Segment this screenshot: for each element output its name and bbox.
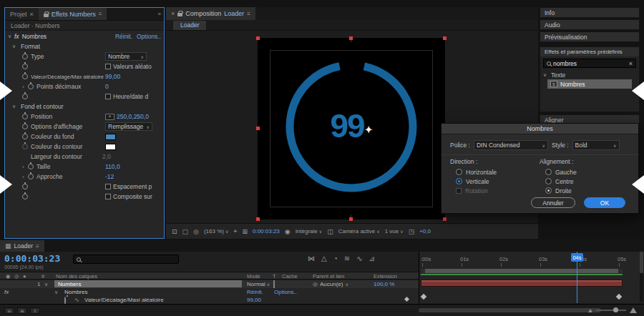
expand-icon[interactable]: ›: [22, 164, 28, 170]
decimals-value[interactable]: 0: [105, 83, 109, 90]
draft-3d-icon[interactable]: △: [321, 255, 327, 262]
mask-icon[interactable]: ◫: [327, 228, 333, 235]
parent-dropdown[interactable]: ◎ Aucun(e) ∨: [313, 281, 348, 287]
group-background-label[interactable]: Fond et contour: [21, 103, 64, 110]
options-link[interactable]: Options..: [137, 33, 161, 40]
stopwatch-icon[interactable]: [22, 94, 28, 99]
work-area-bar[interactable]: [421, 269, 623, 273]
selection-handle[interactable]: [256, 127, 260, 130]
rotation-checkbox[interactable]: [456, 188, 462, 194]
radio-align-left[interactable]: [545, 169, 552, 175]
frame-blend-icon[interactable]: ≋: [344, 255, 350, 262]
twirl-down-icon[interactable]: ∨: [12, 44, 19, 49]
panel-effects-presets[interactable]: Effets et paramètres prédéfinis: [540, 46, 640, 57]
exposure-offset[interactable]: +0,0: [419, 228, 431, 234]
effect-name[interactable]: Nombres: [22, 33, 47, 40]
expand-icon[interactable]: ›: [22, 174, 28, 180]
property-label[interactable]: Valeur/Décalage/Maxi aléatoire: [84, 297, 164, 303]
effect-row-nombres[interactable]: fx ∨ Nombres Réinit. Options..: [0, 288, 419, 296]
composite-checkbox[interactable]: [105, 194, 111, 199]
zoom-slider-handle[interactable]: [613, 307, 618, 312]
group-format-label[interactable]: Format: [21, 43, 40, 50]
stopwatch-icon[interactable]: [22, 74, 28, 79]
property-row-value[interactable]: ∿ Valeur/Décalage/Maxi aléatoire 99,00: [0, 296, 419, 304]
radio-horizontal[interactable]: [456, 169, 462, 175]
carousel-prev-arrow[interactable]: [0, 82, 12, 100]
twirl-down-icon[interactable]: ∨: [12, 104, 19, 109]
panel-preview[interactable]: Prévisualisation: [540, 31, 640, 42]
fill-color-swatch[interactable]: [105, 134, 116, 140]
stopwatch-icon[interactable]: [22, 114, 28, 119]
pickwhip-icon[interactable]: ◎: [313, 281, 318, 287]
twirl-down-icon[interactable]: ∨: [44, 282, 51, 287]
panel-menu-icon[interactable]: ≡: [99, 11, 102, 17]
toggle-inout-icon[interactable]: ≡: [30, 307, 40, 314]
timeline-search-input[interactable]: [83, 256, 175, 263]
timeline-tab-loader[interactable]: ▦ Loader ≡: [0, 240, 44, 252]
display-options-dropdown[interactable]: Remplissage ∨: [105, 122, 152, 131]
monitor-icon[interactable]: ▢: [182, 228, 189, 235]
zoom-out-icon[interactable]: [588, 309, 592, 312]
grid-guides-icon[interactable]: ⊞: [242, 228, 248, 235]
carousel-prev-arrow[interactable]: [0, 175, 12, 194]
col-stretch[interactable]: Extension: [374, 273, 397, 280]
effect-item-numbers[interactable]: ≡ Nombres: [547, 79, 632, 89]
selection-handle[interactable]: [349, 217, 353, 221]
toolbar-timecode[interactable]: 0:00:03:23: [253, 228, 280, 234]
panel-audio[interactable]: Audio: [540, 19, 640, 30]
stopwatch-icon[interactable]: [22, 184, 28, 189]
tab-project[interactable]: Projet ×: [5, 8, 39, 20]
toggle-expand-icon[interactable]: ⊟: [4, 307, 14, 314]
zoom-in-icon[interactable]: [630, 307, 637, 313]
effects-search[interactable]: ×: [543, 59, 636, 68]
stopwatch-icon[interactable]: [22, 144, 28, 149]
effect-reset-link[interactable]: Réinit.: [247, 289, 263, 295]
cancel-button[interactable]: Annuler: [531, 197, 575, 208]
keyframe-icon[interactable]: [616, 294, 622, 300]
property-value[interactable]: 99,00: [247, 297, 261, 303]
camera-icon[interactable]: ◉: [285, 228, 291, 235]
position-crosshair-icon[interactable]: ⌖: [105, 114, 114, 120]
tracking-value[interactable]: -12: [105, 173, 114, 180]
mode-dropdown[interactable]: Normal ∨: [247, 281, 270, 287]
twirl-down-icon[interactable]: ∨: [54, 290, 61, 295]
timeline-search[interactable]: [73, 255, 179, 264]
tab-effect-controls[interactable]: Effets Numbers ≡: [39, 8, 107, 20]
carousel-next-arrow[interactable]: [632, 82, 644, 100]
carousel-next-arrow[interactable]: [632, 175, 644, 194]
timeline-zoom-control[interactable]: [588, 307, 637, 313]
timeline-track-area[interactable]: :00s 01s 02s 03s 04s 05s 04s: [419, 252, 640, 303]
selection-handle[interactable]: [349, 36, 353, 40]
panel-menu-icon[interactable]: ≡: [36, 243, 39, 250]
ok-button[interactable]: OK: [584, 197, 625, 208]
font-dropdown[interactable]: DIN Condensed ∨: [474, 140, 548, 150]
expand-icon[interactable]: ›: [22, 84, 28, 90]
dialog-title[interactable]: Nombres: [441, 124, 638, 134]
channels-icon[interactable]: ◎: [193, 228, 199, 235]
selection-handle[interactable]: [443, 217, 447, 221]
snapshot-icon[interactable]: ⊡: [172, 228, 177, 235]
stopwatch-icon[interactable]: [22, 64, 28, 69]
col-trkmat[interactable]: T: [273, 273, 276, 280]
region-of-interest-icon[interactable]: ⌖: [233, 227, 237, 235]
reset-link[interactable]: Réinit.: [115, 33, 132, 40]
clear-search-icon[interactable]: ×: [629, 60, 633, 67]
layer-name[interactable]: Numbers: [54, 280, 242, 287]
toggle-transfer-icon[interactable]: ⊞: [17, 307, 27, 314]
current-time-display[interactable]: 0:00:03:23 00095 (24.00 ips): [4, 253, 60, 270]
stopwatch-icon[interactable]: [22, 134, 28, 139]
twirl-down-icon[interactable]: ∨: [543, 72, 550, 78]
effects-search-input[interactable]: [553, 60, 627, 67]
col-parent[interactable]: Parent et lien: [313, 273, 344, 280]
layer-duration-bar[interactable]: [421, 280, 623, 287]
size-value[interactable]: 110,0: [105, 163, 120, 170]
col-cache[interactable]: Cache: [282, 273, 298, 280]
stretch-value[interactable]: 100,0 %: [374, 281, 394, 287]
type-dropdown[interactable]: Nombre ∨: [105, 52, 147, 61]
spacing-checkbox[interactable]: [105, 184, 111, 189]
pixel-aspect-icon[interactable]: ◳: [409, 228, 415, 235]
timeline-vertical-scrollbar[interactable]: [640, 252, 643, 302]
layer-row-numbers[interactable]: 1 ∨ Numbers Normal ∨ ◎ Aucun(e) ∨ 100,0 …: [0, 280, 419, 288]
resolution-dropdown[interactable]: Intégrale ∨: [296, 228, 323, 234]
stroke-color-swatch[interactable]: [105, 144, 116, 150]
